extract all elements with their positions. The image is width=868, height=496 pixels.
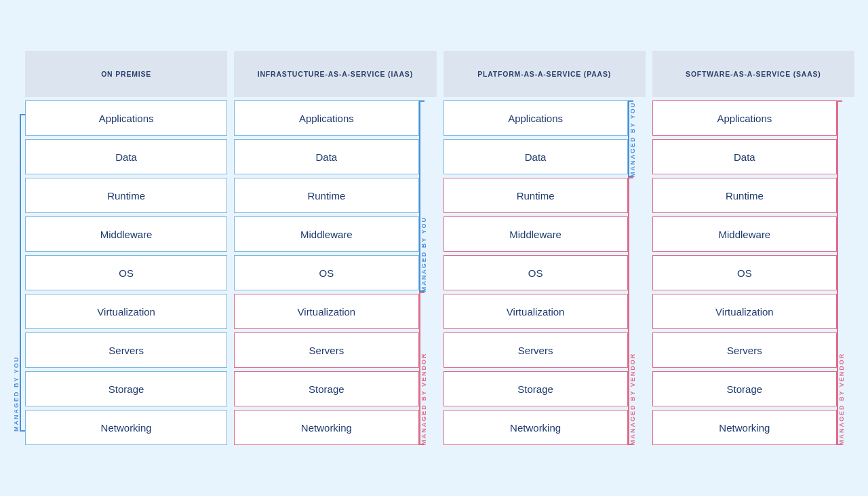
cell-on-premise-middleware: Middleware: [25, 216, 227, 252]
cell-on-premise-servers: Servers: [25, 332, 227, 368]
cell-paas-networking: Networking: [443, 410, 628, 445]
global-left-bracket: MANAGED BY YOU: [14, 100, 21, 445]
saas-right-bracket: MANAGED BY VENDOR: [837, 100, 854, 445]
column-on-premise: ON PREMISE Applications Data Runtime Mid…: [25, 51, 227, 445]
cell-on-premise-storage: Storage: [25, 371, 227, 406]
col-header-iaas: INFRASTUCTURE-AS-A-SERVICE (IAAS): [234, 51, 436, 97]
cells-iaas: Applications Data Runtime Middleware OS …: [234, 100, 418, 445]
cell-on-premise-networking: Networking: [25, 410, 227, 445]
col-body-iaas: Applications Data Runtime Middleware OS …: [234, 100, 436, 445]
column-saas: SOFTWARE-AS-A-SERVICE (SAAS) Application…: [652, 51, 854, 445]
cell-paas-data: Data: [443, 139, 628, 174]
col-header-on-premise: ON PREMISE: [25, 51, 227, 97]
cell-paas-applications: Applications: [443, 100, 628, 136]
cell-on-premise-data: Data: [25, 139, 227, 174]
cell-saas-middleware: Middleware: [652, 216, 837, 252]
col-header-paas: PLATFORM-AS-A-SERVICE (PAAS): [443, 51, 646, 97]
cells-on-premise: Applications Data Runtime Middleware OS …: [25, 100, 227, 445]
cell-saas-servers: Servers: [652, 332, 837, 368]
cell-on-premise-applications: Applications: [25, 100, 227, 136]
column-paas: PLATFORM-AS-A-SERVICE (PAAS) Application…: [443, 51, 646, 445]
columns-container: ON PREMISE Applications Data Runtime Mid…: [25, 51, 854, 445]
cell-on-premise-virtualization: Virtualization: [25, 294, 227, 329]
cell-paas-storage: Storage: [443, 371, 628, 406]
cell-paas-virtualization: Virtualization: [443, 294, 628, 329]
cell-saas-data: Data: [652, 139, 837, 174]
cell-saas-networking: Networking: [652, 410, 837, 445]
col-header-saas: SOFTWARE-AS-A-SERVICE (SAAS): [652, 51, 854, 97]
col-body-on-premise: Applications Data Runtime Middleware OS …: [25, 100, 227, 445]
cells-paas: Applications Data Runtime Middleware OS …: [443, 100, 628, 445]
col-body-paas: Applications Data Runtime Middleware OS …: [443, 100, 646, 445]
cell-paas-middleware: Middleware: [443, 216, 628, 252]
cell-iaas-middleware: Middleware: [234, 216, 418, 252]
cell-paas-runtime: Runtime: [443, 178, 628, 213]
iaas-right-bracket: MANAGED BY YOU MANAGED BY VENDOR: [419, 100, 437, 445]
cells-saas: Applications Data Runtime Middleware OS …: [652, 100, 837, 445]
cell-iaas-applications: Applications: [234, 100, 418, 136]
paas-right-bracket: MANAGED BY YOU MANAGED BY VENDOR: [628, 100, 646, 445]
cell-saas-virtualization: Virtualization: [652, 294, 837, 329]
cell-saas-storage: Storage: [652, 371, 837, 406]
cell-saas-applications: Applications: [652, 100, 837, 136]
cell-iaas-data: Data: [234, 139, 418, 174]
page-container: MANAGED BY YOU ON PREMISE Applications D…: [0, 31, 868, 465]
global-bracket-label: MANAGED BY YOU: [14, 114, 20, 432]
col-body-saas: Applications Data Runtime Middleware OS …: [652, 100, 854, 445]
cell-on-premise-runtime: Runtime: [25, 178, 227, 213]
cell-iaas-storage: Storage: [234, 371, 418, 406]
cell-on-premise-os: OS: [25, 255, 227, 290]
cell-iaas-os: OS: [234, 255, 418, 290]
cell-saas-runtime: Runtime: [652, 178, 837, 213]
cell-iaas-servers: Servers: [234, 332, 418, 368]
cell-paas-os: OS: [443, 255, 628, 290]
cell-iaas-networking: Networking: [234, 410, 418, 445]
cell-saas-os: OS: [652, 255, 837, 290]
column-iaas: INFRASTUCTURE-AS-A-SERVICE (IAAS) Applic…: [234, 51, 436, 445]
cell-paas-servers: Servers: [443, 332, 628, 368]
cell-iaas-runtime: Runtime: [234, 178, 418, 213]
cell-iaas-virtualization: Virtualization: [234, 294, 418, 329]
